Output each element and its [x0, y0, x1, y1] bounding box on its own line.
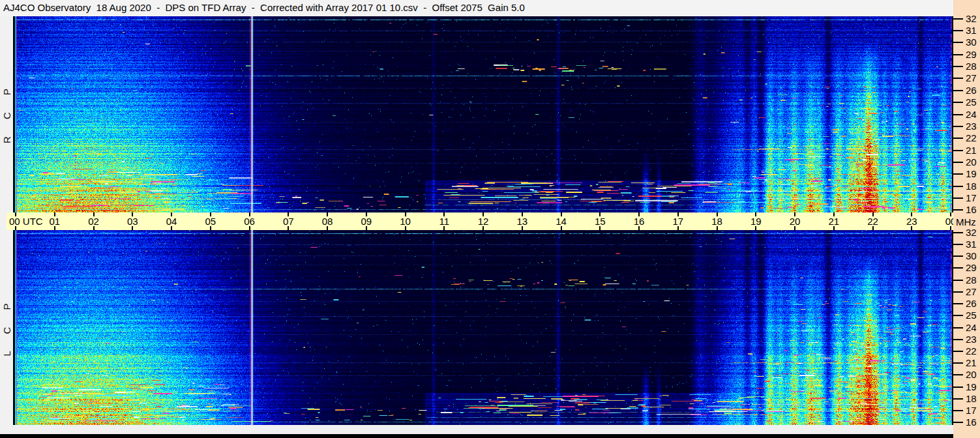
freq-tick — [953, 173, 963, 175]
freq-tick — [953, 30, 963, 31]
freq-tick — [953, 244, 963, 245]
time-tick-label: 03 — [113, 216, 152, 227]
polarization-label-rcp: R C P — [1, 74, 12, 152]
freq-tick — [953, 374, 963, 375]
bottom-margin — [0, 425, 953, 434]
freq-tick-label: 19 — [966, 381, 980, 392]
freq-tick-label: 29 — [966, 49, 980, 60]
freq-tick-label: 31 — [966, 25, 980, 36]
spectrogram-app-window: AJ4CO Observatory 18 Aug 2020 - DPS on T… — [0, 0, 980, 438]
time-tick-label: 21 — [814, 216, 854, 227]
frequency-axis-column: MHz 323130292827262524232221201918171632… — [953, 0, 980, 438]
freq-tick — [953, 42, 963, 43]
freq-tick-label: 20 — [966, 156, 980, 168]
freq-tick — [953, 66, 963, 67]
freq-tick-label: 22 — [966, 345, 980, 357]
freq-tick-label: 30 — [966, 36, 980, 48]
freq-tick — [953, 398, 963, 400]
freq-tick-label: 19 — [966, 168, 980, 179]
freq-tick — [953, 209, 963, 211]
time-tick-label: 02 — [74, 216, 113, 227]
time-axis: 00 UTC0102030405060708091011121314151617… — [7, 212, 953, 230]
freq-tick-label: 16 — [966, 416, 980, 428]
time-tick-label: 14 — [542, 216, 581, 227]
time-tick-label: 13 — [503, 216, 542, 227]
freq-tick-label: 28 — [966, 61, 980, 72]
time-tick-label: 09 — [347, 216, 386, 227]
freq-tick — [953, 362, 963, 364]
freq-tick — [953, 78, 963, 79]
time-tick-label: 07 — [269, 216, 308, 227]
spectrogram-panel-rcp — [13, 16, 953, 212]
freq-tick — [953, 114, 963, 115]
spectrogram-panel-lcp — [13, 230, 953, 425]
footer-black-bar — [0, 434, 953, 438]
freq-tick — [953, 291, 963, 293]
freq-tick — [953, 315, 963, 316]
time-tick-label: 12 — [464, 216, 503, 227]
freq-tick-label: 27 — [966, 72, 980, 83]
freq-tick-label: 29 — [966, 262, 980, 273]
time-tick-label: 01 — [35, 216, 74, 227]
freq-tick-label: 18 — [966, 393, 980, 404]
freq-tick — [953, 327, 963, 328]
freq-tick — [953, 186, 963, 187]
freq-tick-label: 28 — [966, 274, 980, 285]
time-tick-label: 22 — [854, 216, 893, 227]
time-tick-label: 10 — [386, 216, 425, 227]
time-tick-label: 19 — [736, 216, 775, 227]
freq-tick — [953, 410, 963, 411]
freq-tick — [953, 351, 963, 352]
freq-tick-label: 21 — [966, 357, 980, 368]
time-tick-label: 08 — [308, 216, 347, 227]
time-tick-label: 23 — [892, 216, 931, 227]
freq-tick-label: 24 — [966, 109, 980, 120]
freq-tick-label: 23 — [966, 121, 980, 132]
rcp-spectrogram-canvas — [13, 16, 953, 212]
freq-tick — [953, 54, 963, 55]
time-tick-label: 11 — [424, 216, 464, 227]
time-tick-label: 05 — [191, 216, 230, 227]
freq-tick-label: 26 — [966, 85, 980, 96]
freq-tick — [953, 387, 963, 388]
time-tick-label: 18 — [698, 216, 737, 227]
freq-tick — [953, 280, 963, 281]
freq-tick-label: 22 — [966, 132, 980, 143]
freq-tick-label: 23 — [966, 334, 980, 345]
freq-tick-label: 25 — [966, 96, 980, 108]
time-tick-label: 06 — [230, 216, 269, 227]
page-title: AJ4CO Observatory 18 Aug 2020 - DPS on T… — [0, 0, 953, 16]
freq-tick-label: 21 — [966, 145, 980, 156]
freq-tick — [953, 422, 963, 423]
freq-tick — [953, 303, 963, 304]
freq-tick-label: 24 — [966, 322, 980, 333]
freq-tick-label: 27 — [966, 286, 980, 297]
freq-tick — [953, 162, 963, 163]
freq-tick-label: 17 — [966, 405, 980, 416]
time-tick-label: 15 — [580, 216, 619, 227]
freq-tick — [953, 138, 963, 139]
freq-tick — [953, 339, 963, 340]
freq-tick — [953, 197, 963, 199]
freq-tick — [953, 150, 963, 151]
freq-tick — [953, 126, 963, 127]
polarization-label-lcp: L C P — [1, 287, 12, 366]
freq-tick-label: 18 — [966, 181, 980, 192]
freq-tick-label: 31 — [966, 239, 980, 250]
lcp-spectrogram-canvas — [13, 230, 953, 425]
freq-tick — [953, 18, 963, 20]
freq-tick — [953, 267, 963, 269]
freq-tick-label: 20 — [966, 369, 980, 380]
freq-tick-label: 16 — [966, 204, 980, 215]
freq-tick — [953, 256, 963, 257]
freq-tick — [953, 90, 963, 91]
freq-tick-label: 26 — [966, 298, 980, 309]
time-tick-label: 17 — [659, 216, 698, 227]
time-tick-label: 04 — [152, 216, 191, 227]
freq-tick — [953, 102, 963, 103]
freq-tick-label: 25 — [966, 310, 980, 321]
freq-tick-label: 17 — [966, 192, 980, 203]
freq-tick-label: 32 — [966, 13, 980, 24]
time-tick-label: 20 — [775, 216, 814, 227]
freq-tick — [953, 232, 963, 233]
